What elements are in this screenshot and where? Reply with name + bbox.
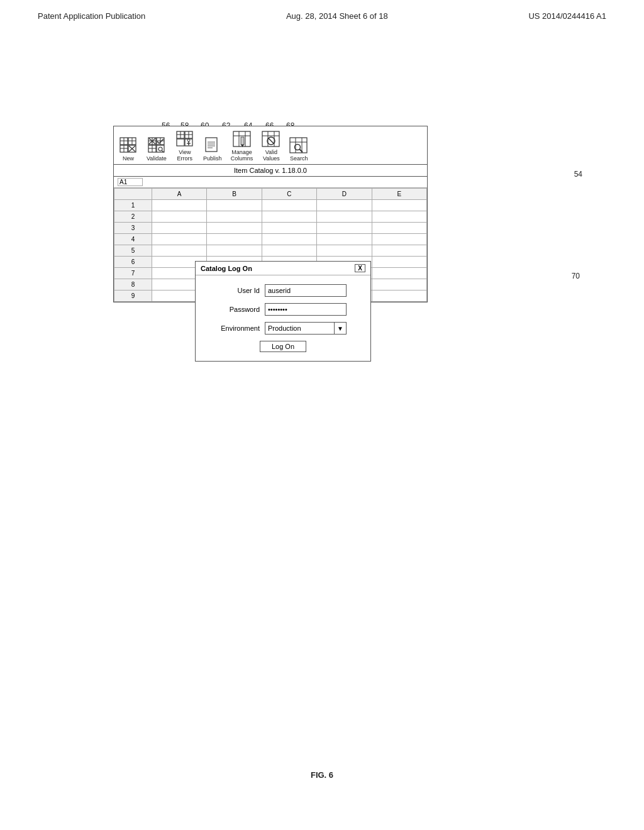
dialog-environment-row: Environment Production ▼: [203, 322, 363, 335]
row-2: 2: [114, 211, 152, 223]
cell-c1[interactable]: [262, 200, 316, 211]
svg-point-35: [158, 147, 162, 151]
cell-e6[interactable]: [372, 257, 426, 268]
toolbar-validate-label: Validate: [147, 155, 167, 162]
cell-e1[interactable]: [372, 200, 426, 211]
row-6: 6: [114, 257, 152, 268]
patent-header: Patent Application Publication Aug. 28, …: [0, 0, 644, 27]
dialog-body: User Id Password Environment Production …: [196, 275, 370, 361]
cell-e7[interactable]: [372, 268, 426, 279]
publish-icon: [203, 136, 222, 154]
header-right: US 2014/0244416 A1: [528, 11, 606, 21]
cell-e8[interactable]: [372, 279, 426, 290]
cell-a4[interactable]: [152, 234, 207, 245]
cell-b2[interactable]: [207, 211, 262, 223]
dialog-userid-row: User Id: [203, 284, 363, 297]
cell-d3[interactable]: [317, 223, 372, 234]
dialog-logon-row: Log On: [203, 341, 363, 352]
corner-header: [114, 189, 152, 200]
col-header-A: A: [152, 189, 207, 200]
header-left: Patent Application Publication: [38, 11, 145, 21]
col-header-D: D: [317, 189, 372, 200]
cell-d4[interactable]: [317, 234, 372, 245]
environment-select[interactable]: Production ▼: [265, 322, 347, 335]
cell-b3[interactable]: [207, 223, 262, 234]
table-row: 3: [114, 223, 427, 234]
fig-label: FIG. 6: [311, 770, 333, 780]
cell-ref-input[interactable]: [118, 178, 143, 186]
app-title: Item Catalog v. 1.18.0.0: [234, 167, 307, 174]
userid-input[interactable]: [265, 284, 347, 297]
cell-e5[interactable]: [372, 245, 426, 257]
environment-label: Environment: [203, 324, 260, 332]
logon-button[interactable]: Log On: [260, 341, 306, 352]
new-icon: [119, 136, 138, 154]
table-row: 2: [114, 211, 427, 223]
col-header-B: B: [207, 189, 262, 200]
cell-a5[interactable]: [152, 245, 207, 257]
cell-ref-bar: [114, 177, 427, 188]
cell-d2[interactable]: [317, 211, 372, 223]
table-row: 4: [114, 234, 427, 245]
view-errors-icon: [175, 130, 194, 148]
header-center: Aug. 28, 2014 Sheet 6 of 18: [286, 11, 388, 21]
svg-rect-43: [177, 139, 184, 146]
svg-rect-57: [241, 137, 244, 145]
toolbar-valid-values[interactable]: Valid Values: [262, 130, 280, 162]
cell-d1[interactable]: [317, 200, 372, 211]
toolbar-view-errors-label: View Errors: [177, 149, 193, 162]
ref-70: 70: [572, 272, 580, 280]
dialog-title: Catalog Log On: [201, 265, 252, 272]
toolbar-publish[interactable]: Publish: [203, 136, 222, 162]
environment-value: Production: [265, 324, 334, 333]
toolbar-manage-columns-label: Manage Columns: [231, 149, 253, 162]
password-input[interactable]: [265, 303, 347, 316]
cell-c3[interactable]: [262, 223, 316, 234]
cell-c2[interactable]: [262, 211, 316, 223]
row-4: 4: [114, 234, 152, 245]
cell-e2[interactable]: [372, 211, 426, 223]
cell-a1[interactable]: [152, 200, 207, 211]
toolbar-search[interactable]: Search: [289, 136, 308, 162]
col-header-C: C: [262, 189, 316, 200]
valid-values-icon: [262, 130, 280, 148]
toolbar-new[interactable]: New: [119, 136, 138, 162]
row-1: 1: [114, 200, 152, 211]
row-9: 9: [114, 290, 152, 302]
search-icon: [289, 136, 308, 154]
cell-a3[interactable]: [152, 223, 207, 234]
cell-b5[interactable]: [207, 245, 262, 257]
toolbar-valid-values-label: Valid Values: [263, 149, 280, 162]
cell-b4[interactable]: [207, 234, 262, 245]
toolbar-view-errors[interactable]: View Errors: [175, 130, 194, 162]
toolbar-publish-label: Publish: [203, 155, 222, 162]
app-titlebar: Item Catalog v. 1.18.0.0: [114, 165, 427, 177]
validate-icon: [147, 136, 166, 154]
dropdown-arrow-icon: ▼: [334, 323, 346, 334]
cell-b1[interactable]: [207, 200, 262, 211]
cell-c5[interactable]: [262, 245, 316, 257]
cell-e4[interactable]: [372, 234, 426, 245]
cell-c4[interactable]: [262, 234, 316, 245]
toolbar-validate[interactable]: Validate: [147, 136, 167, 162]
dialog-box: Catalog Log On X User Id Password Enviro…: [195, 261, 371, 362]
ref-54: 54: [574, 170, 582, 179]
svg-line-64: [269, 138, 274, 144]
row-5: 5: [114, 245, 152, 257]
dialog-password-row: Password: [203, 303, 363, 316]
svg-rect-48: [206, 138, 217, 152]
cell-e3[interactable]: [372, 223, 426, 234]
toolbar-manage-columns[interactable]: Manage Columns: [231, 130, 253, 162]
cell-e9[interactable]: [372, 290, 426, 302]
cell-a2[interactable]: [152, 211, 207, 223]
row-8: 8: [114, 279, 152, 290]
table-row: 1: [114, 200, 427, 211]
dialog-titlebar: Catalog Log On X: [196, 262, 370, 275]
cell-d5[interactable]: [317, 245, 372, 257]
col-header-E: E: [372, 189, 426, 200]
dialog-close-button[interactable]: X: [355, 264, 365, 272]
toolbar-search-label: Search: [290, 155, 308, 162]
toolbar: New: [114, 126, 427, 165]
svg-rect-65: [290, 138, 307, 153]
row-3: 3: [114, 223, 152, 234]
